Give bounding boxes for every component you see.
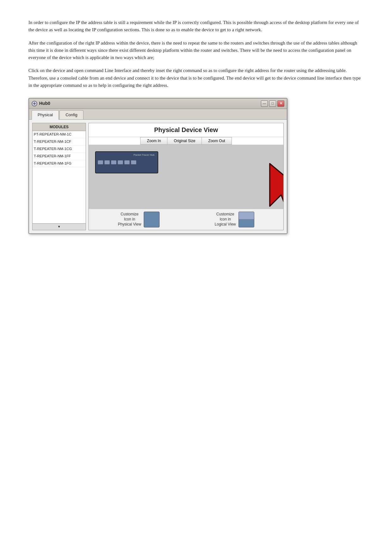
device-panel: Physical Device View Zoom In Original Si… <box>88 123 284 230</box>
device-port <box>118 160 123 165</box>
list-item: PT-REPEATER-NM-1C <box>33 131 86 138</box>
customize-area: Customize Icon in Physical View Customiz… <box>89 209 283 230</box>
device-view-title: Physical Device View <box>89 123 283 137</box>
list-item: T-REPEATER-NM-1CF <box>33 138 86 146</box>
hub-window: Hub0 — □ ✕ Physical Config MODULES PT-RE… <box>28 98 287 234</box>
zoom-out-button[interactable]: Zoom Out <box>202 137 232 145</box>
list-item: T-REPEATER-NM-1FF <box>33 153 86 160</box>
modules-panel: MODULES PT-REPEATER-NM-1C T-REPEATER-NM-… <box>32 123 86 230</box>
title-controls: — □ ✕ <box>261 100 284 107</box>
list-item: T-REPEATER-NM-1CG <box>33 146 86 153</box>
device-port <box>131 160 136 165</box>
tab-config[interactable]: Config <box>59 110 83 119</box>
paragraph-1: In order to configure the IP the address… <box>28 19 364 34</box>
paragraph-2: After the configuration of the right IP … <box>28 39 364 62</box>
customize-physical-item: Customize Icon in Physical View <box>118 212 160 227</box>
device-ports <box>98 160 136 165</box>
restore-button[interactable]: □ <box>269 100 276 107</box>
device-port <box>98 160 103 165</box>
svg-marker-4 <box>270 164 283 209</box>
icon-strip-1 <box>239 212 254 220</box>
minimize-button[interactable]: — <box>261 100 268 107</box>
device-view-area: Packet Tracer Hub <box>89 145 283 209</box>
title-bar-left: Hub0 <box>32 100 50 107</box>
customize-physical-label: Customize Icon in Physical View <box>118 212 141 227</box>
paragraph-3: Click on the device and open command Lin… <box>28 67 364 89</box>
customize-logical-icon[interactable] <box>238 212 254 227</box>
hub-device-image: Packet Tracer Hub <box>95 151 158 173</box>
modules-header: MODULES <box>33 123 86 131</box>
zoom-in-button[interactable]: Zoom In <box>140 137 167 145</box>
window-title: Hub0 <box>39 100 50 107</box>
device-port <box>111 160 117 165</box>
original-size-button[interactable]: Original Size <box>167 137 202 145</box>
list-item: T-REPEATER-NM-1FG <box>33 160 86 167</box>
device-port <box>124 160 130 165</box>
device-port <box>104 160 110 165</box>
zoom-controls: Zoom In Original Size Zoom Out <box>89 137 283 145</box>
tab-physical[interactable]: Physical <box>32 110 59 120</box>
customize-logical-item: Customize Icon in Logical View <box>215 212 254 227</box>
customize-physical-icon[interactable] <box>144 212 160 227</box>
scroll-down-arrow[interactable]: ▼ <box>33 223 86 230</box>
cursor-arrow-icon <box>264 161 283 209</box>
close-button[interactable]: ✕ <box>277 100 284 107</box>
svg-point-3 <box>34 103 35 104</box>
window-body: MODULES PT-REPEATER-NM-1C T-REPEATER-NM-… <box>29 120 287 233</box>
icon-strip-2 <box>239 220 254 227</box>
tabs-row: Physical Config <box>29 109 287 120</box>
customize-logical-label: Customize Icon in Logical View <box>215 212 236 227</box>
device-label: Packet Tracer Hub <box>134 153 154 157</box>
title-bar: Hub0 — □ ✕ <box>29 99 287 109</box>
modules-list: PT-REPEATER-NM-1C T-REPEATER-NM-1CF T-RE… <box>33 131 86 223</box>
hub-icon <box>32 101 37 106</box>
